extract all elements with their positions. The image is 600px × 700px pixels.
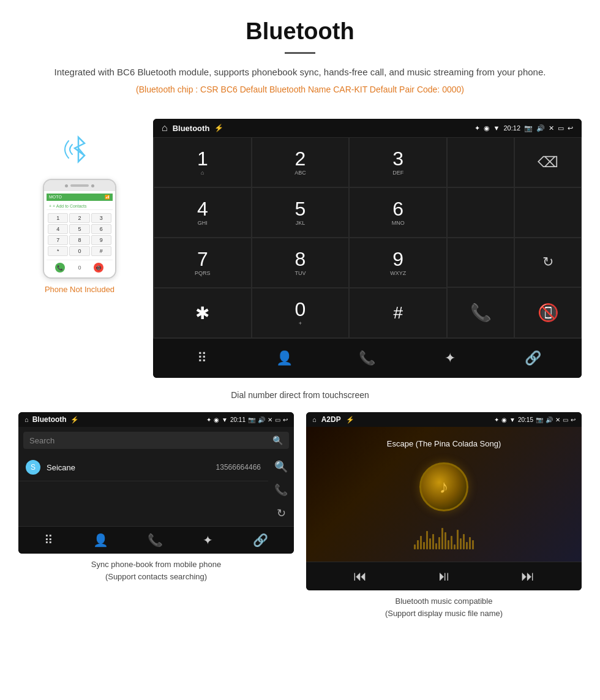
dial-key-0[interactable]: 0 + <box>252 288 350 338</box>
music-win-icon: ▭ <box>563 416 568 423</box>
dial-key-8[interactable]: 8 TUV <box>252 238 350 288</box>
close-icon: ✕ <box>549 124 554 132</box>
dial-call-button[interactable]: 📞 <box>447 287 514 338</box>
bluetooth-status-icon: ✦ <box>474 124 480 132</box>
signal-icon: ▼ <box>493 124 500 132</box>
music-home-icon: ⌂ <box>312 416 317 423</box>
music-vol-icon: 🔊 <box>546 416 553 423</box>
next-track-btn[interactable]: ⏭ <box>521 568 534 584</box>
location-icon: ◉ <box>484 124 490 132</box>
time-display: 20:12 <box>503 124 520 132</box>
home-icon: ⌂ <box>162 122 168 134</box>
phone-add-contacts: + + Add to Contacts <box>47 203 113 210</box>
music-signal-icon: ▼ <box>509 416 516 423</box>
music-loc-icon: ◉ <box>501 416 507 423</box>
phonebook-right-icons: 🔍 📞 ↻ <box>268 454 294 526</box>
page-header: Bluetooth Integrated with BC6 Bluetooth … <box>0 0 600 119</box>
phone-container: MOTO📶 + + Add to Contacts 1 2 3 4 5 6 7 … <box>18 119 141 294</box>
dial-key-4[interactable]: 4 GHI <box>154 187 252 238</box>
pb-right-phone-icon[interactable]: 📞 <box>274 483 288 497</box>
pb-right-search-icon[interactable]: 🔍 <box>274 460 288 473</box>
usb-icon: ⚡ <box>214 124 223 132</box>
page-description: Integrated with BC6 Bluetooth module, su… <box>37 65 563 80</box>
page-title: Bluetooth <box>37 18 563 45</box>
play-pause-btn[interactable]: ⏯ <box>437 568 451 584</box>
phone-dial-grid: 1 2 3 4 5 6 7 8 9 * 0 # <box>47 212 113 257</box>
main-section: MOTO📶 + + Add to Contacts 1 2 3 4 5 6 7 … <box>0 119 600 378</box>
dial-refresh-btn[interactable]: ↻ <box>514 238 582 288</box>
phonebook-main-area: S Seicane 13566664466 🔍 📞 ↻ <box>18 454 294 526</box>
dial-empty-3 <box>514 187 582 238</box>
dial-key-3[interactable]: 3 DEF <box>349 137 447 187</box>
music-cam-icon: 📷 <box>536 416 543 423</box>
music-content-area: Escape (The Pina Colada Song) ♪ <box>306 427 582 562</box>
music-back-icon: ↩ <box>571 416 576 423</box>
bluetooth-icon-btn[interactable]: ✦ <box>438 346 462 371</box>
dial-key-6[interactable]: 6 MNO <box>349 187 447 238</box>
dial-key-1[interactable]: 1 ⌂ <box>154 137 252 187</box>
music-time: 20:15 <box>518 416 533 423</box>
music-section: ⌂ A2DP ⚡ ✦ ◉ ▼ 20:15 📷 🔊 ✕ ▭ ↩ E <box>306 412 582 624</box>
dial-key-7[interactable]: 7 PQRS <box>154 238 252 288</box>
dial-end-button[interactable]: 📵 <box>514 287 582 338</box>
music-song-title: Escape (The Pina Colada Song) <box>387 439 501 448</box>
phonebook-section: ⌂ Bluetooth ⚡ ✦ ◉ ▼ 20:11 📷 🔊 ✕ ▭ ↩ <box>18 412 294 624</box>
music-app-name: A2DP <box>321 415 341 424</box>
pb-dialpad-btn[interactable]: ⠿ <box>44 533 53 548</box>
pb-status-right: ✦ ◉ ▼ 20:11 📷 🔊 ✕ ▭ ↩ <box>206 416 288 423</box>
dial-key-star[interactable]: ✱ <box>154 288 252 338</box>
back-icon: ↩ <box>568 124 573 132</box>
phonebook-screenshot: ⌂ Bluetooth ⚡ ✦ ◉ ▼ 20:11 📷 🔊 ✕ ▭ ↩ <box>18 412 294 554</box>
dial-key-hash[interactable]: # <box>349 288 447 338</box>
phone-icon-btn[interactable]: 📞 <box>355 346 380 371</box>
pb-vol-icon: 🔊 <box>258 416 265 423</box>
dial-app-name: Bluetooth <box>173 124 210 133</box>
music-status-right: ✦ ◉ ▼ 20:15 📷 🔊 ✕ ▭ ↩ <box>494 416 576 423</box>
dial-empty-4 <box>447 238 514 288</box>
status-icons-right: ✦ ◉ ▼ 20:12 📷 🔊 ✕ ▭ ↩ <box>474 124 573 132</box>
dial-toolbar: ⠿ 👤 📞 ✦ 🔗 <box>153 338 582 378</box>
phonebook-caption: Sync phone-book from mobile phone(Suppor… <box>91 554 221 587</box>
contact-row[interactable]: S Seicane 13566664466 <box>18 454 268 481</box>
dial-key-5[interactable]: 5 JKL <box>252 187 350 238</box>
pb-app-name: Bluetooth <box>32 415 67 424</box>
phonebook-contacts-list: S Seicane 13566664466 <box>18 454 268 526</box>
search-icon: 🔍 <box>272 435 283 445</box>
contacts-icon-btn[interactable]: 👤 <box>272 346 297 371</box>
title-divider <box>285 52 315 54</box>
android-dial-screen: ⌂ Bluetooth ⚡ ✦ ◉ ▼ 20:12 📷 🔊 ✕ ▭ ↩ 1 <box>153 119 582 378</box>
phonebook-toolbar: ⠿ 👤 📞 ✦ 🔗 <box>18 526 294 554</box>
music-bt-icon: ✦ <box>494 416 499 423</box>
pb-close-icon: ✕ <box>268 416 272 423</box>
pb-usb-icon: ⚡ <box>70 416 79 424</box>
pb-home-icon: ⌂ <box>24 416 29 423</box>
prev-track-btn[interactable]: ⏮ <box>353 568 367 584</box>
pb-link-btn[interactable]: 🔗 <box>253 533 268 548</box>
phonebook-search-bar[interactable]: Search 🔍 <box>23 432 289 449</box>
dial-key-9[interactable]: 9 WXYZ <box>349 238 447 288</box>
dial-key-2[interactable]: 2 ABC <box>252 137 350 187</box>
pb-win-icon: ▭ <box>275 416 280 423</box>
pb-cam-icon: 📷 <box>248 416 255 423</box>
music-album-art: ♪ <box>419 462 468 511</box>
settings-icon-btn[interactable]: 🔗 <box>520 346 545 371</box>
phone-mockup: MOTO📶 + + Add to Contacts 1 2 3 4 5 6 7 … <box>43 179 116 279</box>
pb-loc-icon: ◉ <box>214 416 219 423</box>
dial-status-bar: ⌂ Bluetooth ⚡ ✦ ◉ ▼ 20:12 📷 🔊 ✕ ▭ ↩ <box>153 119 582 137</box>
window-icon: ▭ <box>558 124 564 132</box>
pb-signal-icon: ▼ <box>222 416 228 423</box>
pb-phone-btn[interactable]: 📞 <box>148 533 163 548</box>
contact-name: Seicane <box>47 463 216 472</box>
dialpad-icon-btn[interactable]: ⠿ <box>190 346 214 371</box>
dial-backspace-btn[interactable]: ⌫ <box>514 137 582 187</box>
contact-number: 13566664466 <box>216 463 261 472</box>
bluetooth-specs: (Bluetooth chip : CSR BC6 Default Blueto… <box>37 85 563 94</box>
music-controls: ⏮ ⏯ ⏭ <box>306 562 582 590</box>
pb-bluetooth-btn[interactable]: ✦ <box>203 533 213 548</box>
dial-empty-1 <box>447 137 514 187</box>
bluetooth-waves-icon <box>61 131 98 173</box>
pb-right-refresh-icon[interactable]: ↻ <box>274 506 288 520</box>
pb-contacts-btn[interactable]: 👤 <box>93 533 108 548</box>
pb-back-icon: ↩ <box>283 416 288 423</box>
phone-not-included-label: Phone Not Included <box>45 285 114 294</box>
